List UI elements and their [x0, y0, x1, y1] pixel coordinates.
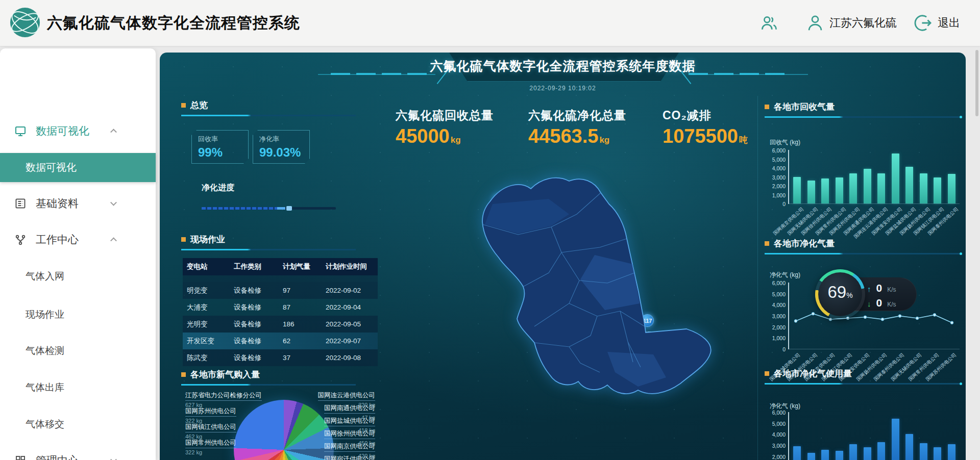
sidebar-subitem-gas-outbound[interactable]: 气体出库	[0, 377, 156, 398]
recovery-bars	[788, 150, 962, 203]
axis-tick-label: 2,000	[763, 454, 786, 460]
recovery-yticks: 6,0005,0004,0003,0002,0001,0000	[763, 150, 786, 203]
axis-tick-label: 5,000	[763, 157, 786, 163]
table-row[interactable]: 陈武变设备检修372022-09-08	[183, 349, 378, 366]
chart-bar	[948, 174, 955, 203]
sidebar-subitem-gas-testing[interactable]: 气体检测	[0, 341, 156, 361]
table-cell: 明觉变	[187, 282, 208, 299]
sidebar-item-management-center[interactable]: 管理中心	[0, 449, 156, 460]
legend-item[interactable]: 国网宿迁供电公司	[324, 454, 375, 460]
table-row[interactable]: 大浦变设备检修872022-09-04	[183, 299, 378, 316]
legend-item[interactable]: 国网镇江供电公司462 kg	[185, 422, 236, 440]
current-user-label[interactable]: 江苏六氟化硫	[829, 0, 897, 46]
section-bullet	[181, 372, 186, 377]
section-underline	[181, 115, 356, 116]
axis-tick-label: 1,000	[763, 192, 786, 198]
chevron-down-icon	[110, 456, 117, 460]
table-cell: 大浦变	[187, 299, 208, 316]
page-scrollbar[interactable]	[975, 50, 978, 116]
chart-bar	[849, 173, 857, 204]
table-cell: 光明变	[187, 316, 208, 333]
purify-rate-label: 净化率	[259, 135, 309, 144]
section-bullet	[765, 371, 769, 376]
section-recovery-chart: 各地市回收气量	[765, 101, 835, 113]
chart-bar	[793, 177, 801, 204]
sidebar-subitem-data-visualization-selected[interactable]: 数据可视化	[0, 153, 156, 182]
chart-bar	[821, 178, 829, 203]
arrow-up-icon: ↑	[867, 285, 871, 293]
co2-reduction-label: CO₂减排	[663, 108, 712, 123]
gauge-percent-sign: %	[846, 291, 852, 299]
logout-button[interactable]: 退出	[938, 0, 960, 46]
sidebar-subitem-gas-transfer[interactable]: 气体移交	[0, 414, 156, 435]
legend-item[interactable]: 国网常州供电公司322 kg	[185, 438, 236, 455]
dashboard-datetime: 2022-09-29 10:19:02	[160, 85, 966, 92]
table-row[interactable]: 明觉变设备检修972022-09-02	[183, 282, 378, 299]
table-cell: 2022-09-04	[326, 299, 361, 316]
dashboard-panel: 六氟化硫气体数字化全流程管控系统年度数据 2022-09-29 10:19:02…	[160, 53, 966, 460]
sidebar-item-label: 数据可视化	[26, 162, 77, 173]
dashboard-title: 六氟化硫气体数字化全流程管控系统年度数据	[160, 58, 966, 74]
chart-bar	[934, 177, 941, 203]
axis-tick-label: 5,000	[763, 291, 786, 297]
table-cell: 设备检修	[234, 282, 261, 299]
field-work-table: 变电站 工作类别 计划气量 计划作业时间 明觉变设备检修972022-09-02…	[183, 258, 378, 367]
legend-item[interactable]: 江苏省电力公司检修分公司627 kg	[185, 390, 262, 408]
sidebar-subitem-gas-grid-entry[interactable]: 气体入网	[0, 266, 156, 287]
table-row[interactable]: 开发区变设备检修622022-09-07	[183, 333, 378, 349]
gauge-value: 69	[827, 283, 846, 301]
logout-icon[interactable]	[913, 13, 933, 33]
legend-item[interactable]: 国网苏州供电公司322 kg	[185, 406, 236, 424]
chart-bar	[821, 450, 829, 460]
table-cell: 37	[283, 349, 290, 366]
section-bullet	[181, 103, 186, 108]
app-title: 六氟化硫气体数字化全流程管控系统	[47, 0, 300, 46]
recovery-x-axis	[788, 203, 960, 204]
sidebar-item-work-center[interactable]: 工作中心	[0, 228, 156, 251]
chart-bar	[864, 169, 871, 203]
sidebar-item-data-visualization[interactable]: 数据可视化	[0, 120, 156, 142]
sidebar-item-label: 工作中心	[36, 233, 79, 247]
users-icon[interactable]	[759, 13, 778, 33]
up-rate-value: 0	[876, 282, 883, 294]
monitor-icon	[14, 125, 27, 137]
recovery-rate-card: 回收率 99%	[191, 130, 249, 164]
jiangsu-province-map	[401, 153, 758, 408]
person-icon[interactable]	[805, 13, 825, 33]
section-underline	[765, 253, 961, 254]
section-underline	[765, 116, 961, 118]
table-cell: 2022-09-05	[326, 316, 361, 333]
axis-tick-label: 0	[763, 201, 786, 207]
section-underline	[181, 384, 356, 386]
column-divider	[757, 96, 758, 460]
purify-percentage-gauge: 69%	[815, 269, 865, 319]
table-cell: 开发区变	[187, 333, 214, 349]
sidebar-item-label: 数据可视化	[36, 124, 89, 138]
section-overview: 总览	[181, 99, 208, 111]
legend-name: 国网南通供电公司	[324, 404, 375, 414]
section-bullet	[765, 241, 769, 246]
usage-bars	[788, 412, 962, 460]
axis-tick-label: 1,000	[763, 335, 786, 341]
purify-progress-label: 净化进度	[202, 183, 234, 193]
table-cell: 62	[283, 333, 290, 349]
axis-tick-label: 4,000	[763, 302, 786, 308]
sidebar-subitem-field-work[interactable]: 现场作业	[0, 304, 156, 325]
chart-bar	[793, 446, 801, 460]
recovery-rate-value: 99%	[198, 145, 248, 160]
chart-bar	[934, 447, 941, 460]
chart-bar	[905, 167, 913, 203]
axis-tick-label: 0	[763, 346, 786, 352]
table-row[interactable]: 光明变设备检修1862022-09-05	[183, 316, 378, 333]
axis-tick-label: 3,000	[763, 174, 786, 181]
chart-bar	[836, 177, 843, 203]
axis-tick-label: 6,000	[763, 280, 786, 286]
table-cell: 2022-09-02	[326, 282, 361, 299]
axis-tick-label: 3,000	[763, 313, 786, 319]
chart-bar	[807, 453, 815, 460]
field-work-table-body: 明觉变设备检修972022-09-02大浦变设备检修872022-09-04光明…	[183, 282, 378, 366]
co2-reduction-value: 1075500吨	[663, 125, 748, 147]
sidebar-item-label: 基础资料	[36, 196, 79, 211]
sidebar-item-basic-data[interactable]: 基础资料	[0, 192, 156, 215]
progress-knob[interactable]	[286, 206, 292, 211]
